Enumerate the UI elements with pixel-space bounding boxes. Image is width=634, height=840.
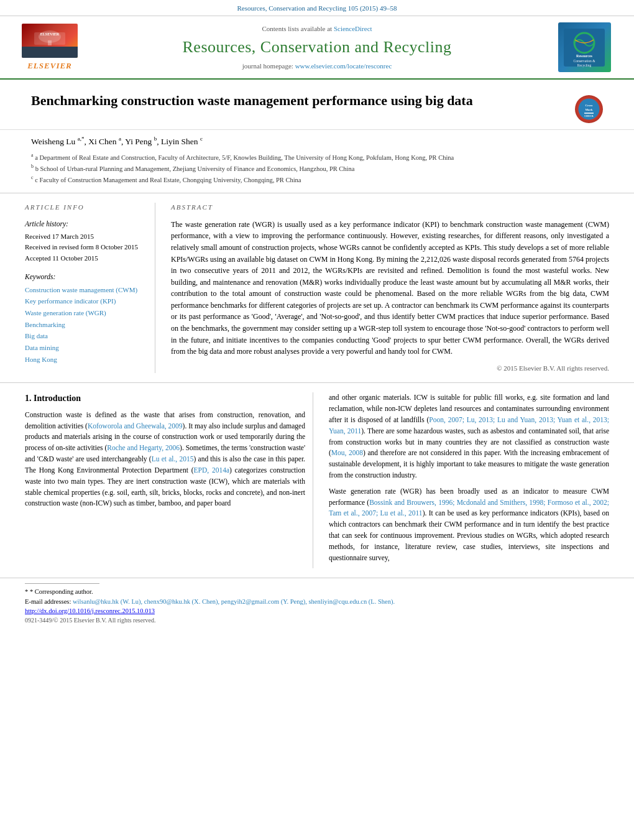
- journal-homepage-line: journal homepage: www.elsevier.com/locat…: [81, 62, 553, 71]
- article-history: Article history: Received 17 March 2015 …: [25, 219, 142, 264]
- ref-lu-2015[interactable]: Lu et al., 2015: [152, 455, 194, 463]
- issn-line: 0921-3449/© 2015 Elsevier B.V. All right…: [25, 616, 609, 625]
- keywords-section: Keywords: Construction waste management …: [25, 272, 142, 366]
- keywords-list: Construction waste management (CWM) Key …: [25, 284, 142, 366]
- revised-date: Received in revised form 8 October 2015: [25, 242, 142, 253]
- journal-logo-image: Resources Conservation & Recycling: [558, 22, 611, 72]
- ref-epd[interactable]: EPD, 2014a: [193, 466, 229, 474]
- journal-reference-bar: Resources, Conservation and Recycling 10…: [0, 0, 634, 16]
- corresponding-author-note: * * Corresponding author.: [25, 587, 609, 597]
- ref-poon[interactable]: Poon, 2007; Lu, 2013; Lu and Yuan, 2013;…: [329, 416, 609, 435]
- svg-text:Conservation &: Conservation &: [574, 59, 596, 63]
- abstract-label: ABSTRACT: [171, 203, 609, 212]
- accepted-date: Accepted 11 October 2015: [25, 253, 142, 264]
- svg-text:ELSEVIER: ELSEVIER: [40, 32, 60, 36]
- journal-header: ELSEVIER ELSEVIER Contents lists availab…: [0, 16, 634, 80]
- svg-rect-2: [48, 40, 52, 45]
- ref-kofoworola[interactable]: Kofoworola and Gheewala, 2009: [88, 422, 183, 430]
- keyword-3: Waste generation rate (WGR): [25, 307, 142, 319]
- keyword-1: Construction waste management (CWM): [25, 284, 142, 296]
- svg-text:Recycling: Recycling: [577, 63, 592, 67]
- footnote-section: * * Corresponding author. E-mail address…: [0, 578, 634, 627]
- keyword-6: Data mining: [25, 342, 142, 354]
- doi-link[interactable]: http://dx.doi.org/10.1016/j.resconrec.20…: [25, 607, 155, 614]
- elsevier-logo-image: ELSEVIER: [22, 24, 78, 58]
- ref-mou[interactable]: Mou, 2008: [331, 449, 363, 456]
- ref-roche[interactable]: Roche and Hegarty, 2006: [107, 444, 180, 451]
- crossmark-icon: Cross Mark CHECK: [578, 98, 600, 120]
- journal-title: Resources, Conservation and Recycling: [81, 36, 553, 58]
- elsevier-logo: ELSEVIER ELSEVIER: [19, 24, 81, 72]
- abstract-text: The waste generation rate (WGR) is usual…: [171, 219, 609, 358]
- journal-reference: Resources, Conservation and Recycling 10…: [237, 4, 397, 12]
- intro-para1: Construction waste is defined as the was…: [25, 410, 305, 509]
- intro-heading: 1. Introduction: [25, 392, 305, 405]
- svg-text:CHECK: CHECK: [584, 114, 594, 118]
- authors-line: Weisheng Lu a,*, Xi Chen a, Yi Peng b, L…: [31, 135, 603, 147]
- sciencedirect-link[interactable]: ScienceDirect: [334, 25, 372, 32]
- affiliation-b: b b School of Urban-rural Planning and M…: [31, 163, 603, 173]
- journal-homepage-link[interactable]: www.elsevier.com/locate/resconrec: [295, 62, 392, 70]
- journal-icon: Resources Conservation & Recycling: [563, 27, 606, 68]
- journal-logo-right: Resources Conservation & Recycling: [553, 22, 615, 72]
- ref-bossink[interactable]: Bossink and Brouwers, 1996; Mcdonald and…: [329, 499, 609, 517]
- left-content-column: 1. Introduction Construction waste is de…: [25, 392, 313, 568]
- affiliation-a: a a Department of Real Estate and Constr…: [31, 152, 603, 162]
- email-addresses-line: E-mail addresses: wilsanlu@hku.hk (W. Lu…: [25, 597, 609, 607]
- elsevier-tree-icon: ELSEVIER: [31, 29, 68, 52]
- keyword-4: Benchmarking: [25, 319, 142, 331]
- intro-para2: and other organic materials. ICW is suit…: [329, 392, 609, 481]
- article-title-section: Benchmarking construction waste manageme…: [0, 80, 634, 130]
- email-link[interactable]: wilsanlu@hku.hk (W. Lu), chenx90@hku.hk …: [73, 598, 395, 605]
- main-content: 1. Introduction Construction waste is de…: [0, 383, 634, 578]
- elsevier-wordmark: ELSEVIER: [27, 60, 72, 72]
- affiliation-c: c c Faculty of Construction Management a…: [31, 174, 603, 185]
- received-date: Received 17 March 2015: [25, 231, 142, 242]
- article-info-label: ARTICLE INFO: [25, 203, 142, 212]
- svg-text:Cross: Cross: [585, 104, 592, 107]
- contents-available-line: Contents lists available at ScienceDirec…: [81, 24, 553, 34]
- article-title: Benchmarking construction waste manageme…: [31, 92, 473, 110]
- keyword-2: Key performance indicator (KPI): [25, 295, 142, 307]
- keywords-label: Keywords:: [25, 272, 142, 282]
- intro-para3: Waste generation rate (WGR) has been bro…: [329, 486, 609, 564]
- history-label: Article history:: [25, 219, 142, 229]
- right-content-column: and other organic materials. ICW is suit…: [329, 392, 609, 568]
- copyright-line: © 2015 Elsevier B.V. All rights reserved…: [171, 364, 609, 373]
- svg-text:Resources: Resources: [576, 54, 593, 58]
- doi-line: http://dx.doi.org/10.1016/j.resconrec.20…: [25, 607, 609, 616]
- journal-center: Contents lists available at ScienceDirec…: [81, 24, 553, 71]
- abstract-column: ABSTRACT The waste generation rate (WGR)…: [171, 203, 609, 373]
- article-info-column: ARTICLE INFO Article history: Received 1…: [25, 203, 155, 373]
- affiliations-section: a a Department of Real Estate and Constr…: [0, 150, 634, 194]
- page-wrapper: Resources, Conservation and Recycling 10…: [0, 0, 634, 627]
- article-info-abstract-section: ARTICLE INFO Article history: Received 1…: [0, 193, 634, 383]
- authors-section: Weisheng Lu a,*, Xi Chen a, Yi Peng b, L…: [0, 130, 634, 150]
- crossmark-badge[interactable]: Cross Mark CHECK: [575, 95, 603, 123]
- keyword-7: Hong Kong: [25, 354, 142, 366]
- keyword-5: Big data: [25, 330, 142, 342]
- svg-text:Mark: Mark: [585, 108, 592, 111]
